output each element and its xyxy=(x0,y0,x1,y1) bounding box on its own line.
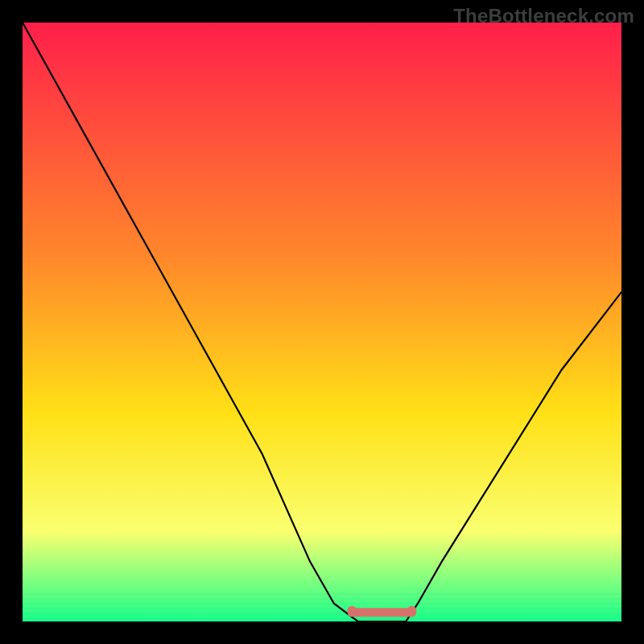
svg-point-7 xyxy=(347,606,357,616)
chart-svg xyxy=(23,23,621,621)
watermark-text: TheBottleneck.com xyxy=(453,5,634,27)
svg-point-8 xyxy=(407,606,417,616)
chart-background xyxy=(23,23,621,621)
bottleneck-chart xyxy=(23,23,621,621)
